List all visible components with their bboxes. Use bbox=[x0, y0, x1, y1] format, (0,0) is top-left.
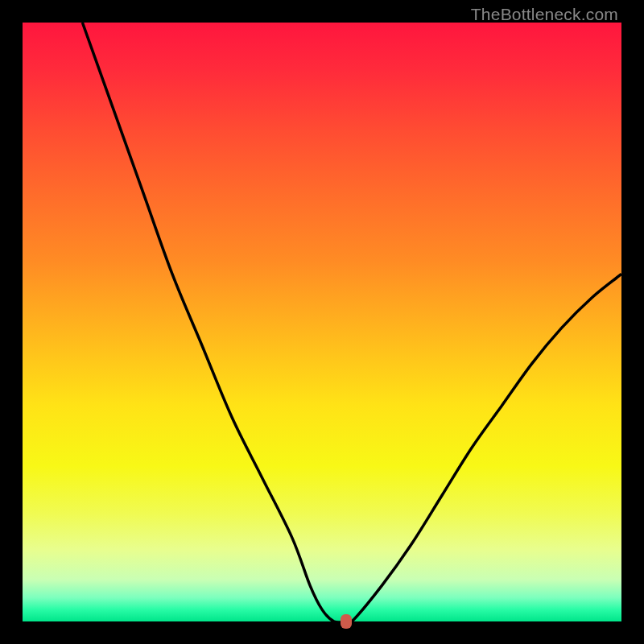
chart-frame: TheBottleneck.com bbox=[0, 0, 644, 644]
optimal-point-marker bbox=[341, 614, 352, 629]
chart-svg-overlay bbox=[23, 23, 621, 621]
watermark-text: TheBottleneck.com bbox=[471, 5, 618, 24]
bottleneck-curve-path bbox=[82, 23, 621, 624]
